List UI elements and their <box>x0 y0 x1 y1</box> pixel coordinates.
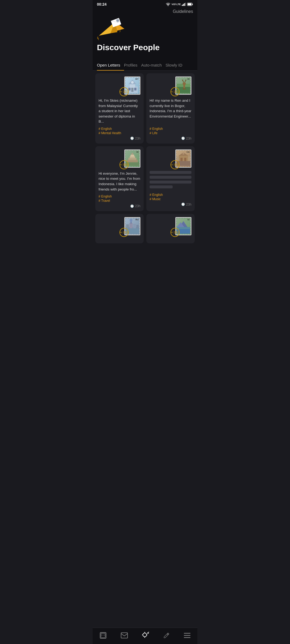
svg-rect-6 <box>192 4 193 5</box>
svg-rect-3 <box>184 3 185 6</box>
svg-rect-45 <box>180 158 183 161</box>
stamp-area-3: ID ID <box>99 149 140 168</box>
tab-open-letters[interactable]: Open Letters <box>97 60 124 71</box>
card-6[interactable]: ID ID <box>146 214 195 243</box>
clock-icon-1: 🕐 <box>130 137 134 140</box>
header: Guidelines <box>93 8 197 17</box>
card-meta-1: 🕐 23h <box>99 137 140 140</box>
svg-rect-17 <box>130 84 135 88</box>
svg-point-41 <box>132 153 133 155</box>
guidelines-button[interactable]: Guidelines <box>173 9 193 14</box>
blur-line-4 <box>150 185 173 188</box>
status-time: 00:24 <box>97 2 107 6</box>
hero-section: Discover People <box>93 17 197 60</box>
svg-point-20 <box>131 81 134 84</box>
card-tags-2: # English # Life <box>150 127 191 135</box>
clock-icon-4: 🕐 <box>181 203 185 206</box>
svg-rect-44 <box>179 155 188 161</box>
card-time-4: 23h <box>186 203 191 206</box>
tab-slowly-id[interactable]: Slowly ID <box>165 60 186 71</box>
postmark-5: RU <box>119 228 129 237</box>
svg-rect-19 <box>131 88 133 92</box>
card-tags-1: # English # Mental Health <box>99 127 140 135</box>
svg-line-30 <box>185 80 186 82</box>
card-text-3: Hi everyone, I'm Jennie, nice to meet yo… <box>99 171 140 192</box>
svg-rect-50 <box>126 224 129 228</box>
battery-icon <box>187 3 193 6</box>
stamp-area-4: CA CA <box>150 149 191 168</box>
card-tags-3: # English # Travel <box>99 195 140 203</box>
svg-rect-22 <box>134 88 136 90</box>
postmark-4: CA <box>171 160 180 169</box>
tag-2-4: # Music <box>150 197 191 201</box>
card-time-2: 23h <box>186 137 191 140</box>
svg-rect-51 <box>129 223 133 228</box>
cards-grid: MY MY <box>95 73 195 243</box>
card-time-3: 23h <box>135 204 140 208</box>
card-time-1: 23h <box>135 137 140 140</box>
signal-icon <box>182 3 186 6</box>
stamp-area-2: ID ID <box>150 76 191 95</box>
card-text-1: Hi, I'm Skies (nickname) from Malaysia! … <box>99 98 140 124</box>
blur-line-2 <box>150 176 191 179</box>
svg-line-29 <box>183 80 184 82</box>
svg-rect-26 <box>183 85 185 88</box>
svg-rect-1 <box>182 5 183 6</box>
card-4[interactable]: CA CA <box>146 146 195 211</box>
card-3[interactable]: ID ID <box>95 146 144 211</box>
svg-rect-2 <box>183 4 184 6</box>
content-area: MY MY <box>93 71 197 262</box>
card-meta-2: 🕐 23h <box>150 137 191 140</box>
svg-rect-27 <box>183 88 184 90</box>
card-tags-4: # English # Music <box>150 193 191 201</box>
hero-illustration <box>97 17 126 41</box>
svg-rect-52 <box>133 224 136 228</box>
tabs-bar: Open Letters Profiles Auto-match Slowly … <box>93 60 197 71</box>
svg-rect-4 <box>185 3 186 6</box>
svg-rect-53 <box>136 225 139 228</box>
card-5[interactable]: RU RU <box>95 214 144 243</box>
tag-english-1: # English <box>99 127 140 131</box>
svg-rect-21 <box>128 88 130 90</box>
clock-icon-3: 🕐 <box>130 204 134 208</box>
status-bar: 00:24 VOl LTE <box>93 0 197 8</box>
tag-english-4: # English <box>150 193 191 197</box>
card-meta-4: 🕐 23h <box>150 203 191 206</box>
stamp-area: MY MY <box>99 76 140 95</box>
card-text-2: Hi! my name is Ren and I currently live … <box>150 98 191 124</box>
svg-line-34 <box>186 80 186 80</box>
card-meta-3: 🕐 23h <box>99 204 140 208</box>
blur-line-3 <box>150 181 191 184</box>
postmark-1: MY <box>119 87 129 96</box>
svg-point-55 <box>130 219 132 222</box>
postmark-2: ID <box>171 87 180 96</box>
tab-auto-match[interactable]: Auto-match <box>141 60 166 71</box>
svg-line-32 <box>183 80 183 80</box>
svg-rect-48 <box>183 152 184 155</box>
svg-rect-39 <box>130 155 134 157</box>
stamp-area-6: ID ID <box>150 217 191 235</box>
status-icons: VOl LTE <box>166 2 193 6</box>
tag-english-3: # English <box>99 195 140 198</box>
lte-label: VOl LTE <box>172 3 181 6</box>
card-2[interactable]: ID ID <box>146 73 195 144</box>
svg-rect-46 <box>184 158 186 161</box>
tag-2-2: # Life <box>150 131 191 135</box>
card-blurred-content <box>150 171 191 190</box>
tag-2-3: # Travel <box>99 199 140 203</box>
page-title: Discover People <box>97 43 193 52</box>
tag-2-1: # Mental Health <box>99 131 140 135</box>
svg-point-25 <box>183 82 186 85</box>
stamp-area-5: RU RU <box>99 217 140 235</box>
tab-profiles[interactable]: Profiles <box>124 60 141 71</box>
clock-icon-2: 🕐 <box>181 137 185 140</box>
blur-line-1 <box>150 171 191 174</box>
postmark-6: ID <box>171 228 180 237</box>
svg-point-0 <box>168 5 168 6</box>
wifi-icon <box>166 2 171 6</box>
svg-rect-28 <box>184 88 186 90</box>
card-1[interactable]: MY MY <box>95 73 144 144</box>
postmark-3: ID <box>119 160 129 169</box>
tag-english-2: # English <box>150 127 191 131</box>
svg-rect-7 <box>188 3 191 5</box>
